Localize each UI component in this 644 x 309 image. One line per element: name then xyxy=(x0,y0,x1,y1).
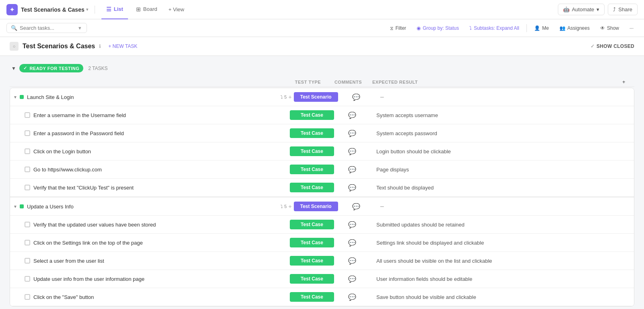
scenario-name-update[interactable]: Update a Users Info xyxy=(27,204,277,210)
task-checkbox-2[interactable] xyxy=(25,130,30,136)
top-nav: ✦ Test Scenarios & Cases ▾ ☰ List ⊞ Boar… xyxy=(0,0,644,19)
expected-cell-3: Login button should be clickable xyxy=(368,148,631,154)
task-name-5[interactable]: Verify that the text "ClickUp Test" is p… xyxy=(33,185,288,191)
search-icon: 🔍 xyxy=(11,25,17,31)
subtask-count-update[interactable]: ⤵ 5 xyxy=(281,204,287,209)
subtasks-icon: ⤵ xyxy=(469,25,472,31)
add-subtask-update[interactable]: + xyxy=(288,203,291,210)
col-test-type-header: TEST TYPE xyxy=(284,80,332,84)
task-name-3[interactable]: Click on the Login button xyxy=(33,148,288,154)
type-badge-case-5: Test Case xyxy=(290,183,334,192)
expected-cell-5: Text should be displayed xyxy=(368,185,631,191)
add-subtask-launch[interactable]: + xyxy=(288,94,291,100)
page-info-icon[interactable]: ℹ xyxy=(99,43,101,49)
subtask-count-launch[interactable]: ⤵ 5 xyxy=(281,95,287,99)
show-closed-check: ✓ xyxy=(590,43,594,49)
comment-icon-9[interactable]: 💬 xyxy=(348,276,356,282)
expected-cell-7: Settings link should be displayed and cl… xyxy=(368,240,631,246)
comment-cell-update: 💬 xyxy=(340,203,372,210)
comment-icon-3[interactable]: 💬 xyxy=(348,148,356,155)
comment-icon-8[interactable]: 💬 xyxy=(348,258,356,264)
table-row: Select a user from the user list Test Ca… xyxy=(10,252,634,270)
collapse-arrow-launch-site[interactable]: ▼ xyxy=(13,95,18,99)
comment-cell-5: 💬 xyxy=(336,184,368,192)
task-checkbox-6[interactable] xyxy=(25,222,30,227)
col-add-header[interactable]: + xyxy=(622,79,634,85)
show-closed-label: SHOW CLOSED xyxy=(597,43,634,49)
toolbar: 🔍 ▾ ⧖ Filter ◉ Group by: Status ⤵ Subtas… xyxy=(0,19,644,37)
add-view-btn[interactable]: + View xyxy=(165,6,188,12)
comment-cell-launch: 💬 xyxy=(340,93,372,101)
toolbar-sep-1 xyxy=(526,24,527,32)
task-name-1[interactable]: Enter a username in the Username field xyxy=(33,112,288,118)
nav-title-chevron[interactable]: ▾ xyxy=(86,7,88,12)
group-collapse-btn[interactable]: ▼ xyxy=(11,66,16,71)
tab-board[interactable]: ⊞ Board xyxy=(131,0,162,19)
comment-cell-9: 💬 xyxy=(336,275,368,283)
comment-icon-1[interactable]: 💬 xyxy=(348,112,356,119)
show-button[interactable]: 👁 Show xyxy=(596,23,623,33)
collapse-arrow-update[interactable]: ▼ xyxy=(13,204,18,209)
subtask-icon: ⤵ xyxy=(281,95,283,99)
more-button[interactable]: ··· xyxy=(625,23,638,33)
task-checkbox-10[interactable] xyxy=(25,294,30,300)
comment-icon-launch[interactable]: 💬 xyxy=(352,94,360,101)
scenario-row-launch-site: ▼ Launch Site & Login ⤵ 5 + Test Scenari… xyxy=(10,88,634,106)
task-name-4[interactable]: Go to https//www.clickup.com xyxy=(33,167,288,173)
task-checkbox-1[interactable] xyxy=(25,112,30,118)
type-badge-case-1: Test Case xyxy=(290,110,334,120)
type-badge-case-3: Test Case xyxy=(290,146,334,156)
expected-cell-9: User information fields should be editab… xyxy=(368,276,631,282)
type-badge-case-9: Test Case xyxy=(290,274,334,284)
nav-title[interactable]: Test Scenarios & Cases ▾ xyxy=(21,6,88,13)
task-name-9[interactable]: Update user info from the user informati… xyxy=(33,276,288,282)
scenario-name-launch[interactable]: Launch Site & Login xyxy=(27,94,277,100)
task-name-7[interactable]: Click on the Settings link on the top of… xyxy=(33,240,288,246)
automate-chevron: ▾ xyxy=(597,6,599,12)
comment-icon-4[interactable]: 💬 xyxy=(348,166,356,173)
subtasks-button[interactable]: ⤵ Subtasks: Expand All xyxy=(465,23,523,33)
nav-divider-1 xyxy=(95,6,95,14)
task-checkbox-4[interactable] xyxy=(25,167,30,172)
search-chevron[interactable]: ▾ xyxy=(78,25,81,31)
comment-icon-10[interactable]: 💬 xyxy=(348,294,356,301)
scenario-dot-update xyxy=(20,204,24,208)
new-task-row[interactable]: + + New task xyxy=(10,307,634,309)
task-name-2[interactable]: Enter a password in the Password field xyxy=(33,130,288,136)
me-button[interactable]: 👤 Me xyxy=(530,23,553,33)
comment-cell-6: 💬 xyxy=(336,221,368,229)
comment-icon-7[interactable]: 💬 xyxy=(348,239,356,246)
search-box[interactable]: 🔍 ▾ xyxy=(6,23,87,33)
task-checkbox-8[interactable] xyxy=(25,258,30,264)
share-button[interactable]: ⤴ Share xyxy=(608,4,638,15)
automate-button[interactable]: 🤖 Automate ▾ xyxy=(558,4,605,15)
task-checkbox-9[interactable] xyxy=(25,276,30,282)
comment-icon-update[interactable]: 💬 xyxy=(352,203,360,210)
task-name-8[interactable]: Select a user from the user list xyxy=(33,258,288,264)
task-checkbox-3[interactable] xyxy=(25,148,30,154)
show-closed-button[interactable]: ✓ SHOW CLOSED xyxy=(590,43,634,49)
task-checkbox-5[interactable] xyxy=(25,185,30,190)
table-row: Enter a password in the Password field T… xyxy=(10,124,634,142)
tab-list[interactable]: ☰ List xyxy=(101,0,128,19)
expected-cell-4: Page displays xyxy=(368,167,631,173)
table-row: Update user info from the user informati… xyxy=(10,270,634,288)
comment-icon-6[interactable]: 💬 xyxy=(348,221,356,228)
comment-icon-2[interactable]: 💬 xyxy=(348,130,356,137)
task-checkbox-7[interactable] xyxy=(25,240,30,245)
type-badge-scenario-launch: Test Scenario xyxy=(294,92,338,102)
add-column-icon[interactable]: + xyxy=(622,79,625,85)
assignees-button[interactable]: 👥 Assignees xyxy=(555,23,594,33)
search-input[interactable] xyxy=(20,25,76,31)
group-header-ready-for-testing: ▼ ✓ READY FOR TESTING 2 TASKS xyxy=(10,61,634,76)
comment-icon-5[interactable]: 💬 xyxy=(348,184,356,191)
scenario-dot-launch xyxy=(20,95,24,99)
col-comments-header: COMMENTS xyxy=(332,80,364,84)
column-headers: TEST TYPE COMMENTS EXPECTED RESULT + xyxy=(10,77,634,87)
group-by-button[interactable]: ◉ Group by: Status xyxy=(413,23,463,33)
new-task-button[interactable]: + NEW TASK xyxy=(105,42,140,51)
filter-button[interactable]: ⧖ Filter xyxy=(386,23,410,33)
task-name-6[interactable]: Verify that the updated user values have… xyxy=(33,222,288,228)
task-name-10[interactable]: Click on the "Save" button xyxy=(33,294,288,300)
expected-cell-6: Submitted updates should be retained xyxy=(368,222,631,228)
